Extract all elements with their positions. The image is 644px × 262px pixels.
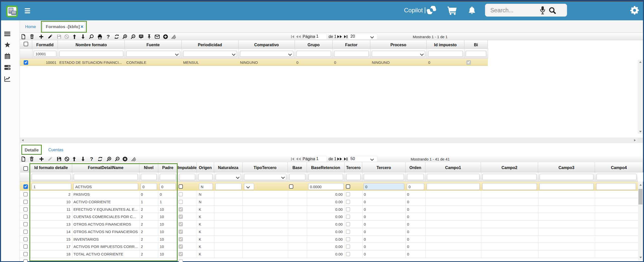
svg-text:?: ? <box>90 156 93 162</box>
svg-text:?: ? <box>107 34 110 39</box>
